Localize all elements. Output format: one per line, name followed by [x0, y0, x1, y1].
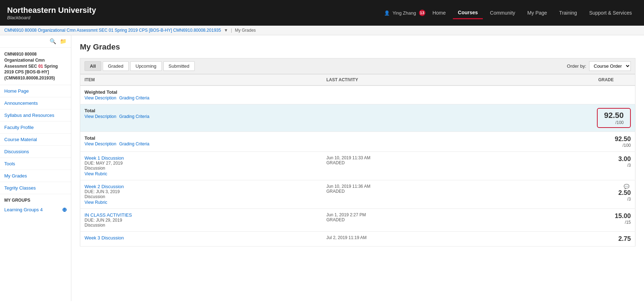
sidebar-item-tools[interactable]: Tools [0, 158, 71, 170]
grading-criteria-link[interactable]: Grading Criteria [119, 141, 149, 146]
nav-community[interactable]: Community [485, 7, 520, 19]
grading-criteria-link[interactable]: Grading Criteria [119, 95, 149, 100]
add-group-icon[interactable]: ⊕ [62, 206, 67, 213]
sidebar-item-mygrades[interactable]: My Grades [0, 170, 71, 182]
item-cell: IN CLASS ACTIVITIES DUE: JUN 29, 2019 Di… [80, 209, 322, 232]
nav-right: 👤 Ying Zhang 13 Home Courses Community M… [384, 7, 637, 19]
grade-cell: 92.50 /100 [495, 104, 635, 132]
group-label: Learning Groups 4 [4, 207, 43, 212]
last-activity-cell: Jun 1, 2019 2:27 PM GRADED [322, 209, 495, 232]
table-row: Week 3 Discussion Jul 2, 2019 11:19 AM 2… [80, 232, 635, 247]
view-description-link[interactable]: View Description [85, 141, 116, 146]
university-name: Northeastern University [7, 6, 96, 15]
item-title-link[interactable]: IN CLASS ACTIVITIES [85, 212, 318, 218]
item-due: DUE: JUN 3, 2019 [85, 189, 318, 194]
sidebar: 🔍 📁 CMN6910 80008 Organizational Cmn Ass… [0, 35, 71, 301]
grades-table: ITEM LAST ACTIVITY GRADE Weighted Total … [80, 74, 635, 247]
nav-courses[interactable]: Courses [453, 7, 483, 19]
sidebar-item-announcements[interactable]: Announcements [0, 97, 71, 109]
view-rubric-link[interactable]: View Rubric [85, 200, 107, 205]
breadcrumb-dropdown-icon[interactable]: ▼ [224, 28, 228, 33]
item-actions: View Description Grading Criteria [85, 141, 318, 146]
grade-value: 92.50 [604, 111, 624, 120]
item-type: Discussion [85, 166, 318, 171]
sidebar-item-tegrity[interactable]: Tegrity Classes [0, 182, 71, 194]
grade-denom: /3 [499, 163, 631, 168]
tab-all[interactable]: All [85, 61, 101, 71]
grade-value: 92.50 [499, 135, 631, 143]
sidebar-item-faculty[interactable]: Faculty Profile [0, 122, 71, 134]
course-title-text: CMN6910 80008 Organizational Cmn Assessm… [4, 52, 58, 81]
item-cell: Weighted Total View Description Grading … [80, 86, 322, 104]
nav-mypage[interactable]: My Page [522, 7, 552, 19]
notification-badge[interactable]: 13 [419, 10, 425, 16]
item-cell: Week 3 Discussion [80, 232, 322, 247]
view-description-link[interactable]: View Description [85, 95, 116, 100]
sidebar-course-title: CMN6910 80008 Organizational Cmn Assessm… [0, 48, 71, 85]
tab-upcoming[interactable]: Upcoming [130, 61, 162, 71]
tab-graded[interactable]: Graded [103, 61, 129, 71]
breadcrumb-course[interactable]: CMN6910 80008 Organizational Cmn Assessm… [4, 28, 221, 33]
item-title-link[interactable]: Week 3 Discussion [85, 235, 318, 241]
grade-value: 2.50 [499, 189, 631, 197]
order-by-area: Order by: Course Order Last Activity Tit… [567, 61, 631, 71]
user-area: 👤 Ying Zhang 13 [384, 10, 425, 16]
sidebar-item-homepage[interactable]: Home Page [0, 85, 71, 97]
main-layout: 🔍 📁 CMN6910 80008 Organizational Cmn Ass… [0, 35, 644, 301]
table-row: Week 1 Discussion DUE: MAY 27, 2019 Disc… [80, 152, 635, 180]
grade-cell [495, 86, 635, 104]
item-actions: View Rubric [85, 200, 318, 205]
col-last-activity: LAST ACTIVITY [322, 74, 495, 86]
grade-value: 2.75 [499, 235, 631, 243]
search-icon[interactable]: 🔍 [50, 38, 56, 45]
sidebar-item-course-material[interactable]: Course Material [0, 134, 71, 146]
sidebar-groups-header: My Groups [0, 194, 71, 204]
grade-value: 15.00 [499, 212, 631, 220]
platform-name: Blackboard [7, 15, 96, 20]
last-activity: Jul 2, 2019 11:19 AM [326, 235, 491, 240]
col-item: ITEM [80, 74, 322, 86]
nav-support[interactable]: Support & Services [584, 7, 637, 19]
tab-submitted[interactable]: Submitted [163, 61, 195, 71]
grade-cell: 92.50 /100 [495, 132, 635, 152]
nav-home[interactable]: Home [428, 7, 451, 19]
sidebar-item-syllabus[interactable]: Syllabus and Resources [0, 109, 71, 122]
graded-status: GRADED [326, 217, 491, 222]
grade-box-highlighted: 92.50 /100 [597, 108, 631, 128]
folder-icon[interactable]: 📁 [60, 38, 67, 45]
item-title-link[interactable]: Week 2 Discussion [85, 184, 318, 189]
grade-cell: 15.00 /15 [495, 209, 635, 232]
sidebar-item-discussions[interactable]: Discussions [0, 146, 71, 158]
username: Ying Zhang [393, 10, 416, 16]
filter-bar: All Graded Upcoming Submitted Order by: … [80, 58, 635, 74]
grade-value: 3.00 [499, 155, 631, 163]
table-row: Week 2 Discussion DUE: JUN 3, 2019 Discu… [80, 180, 635, 209]
grade-denom: /15 [499, 220, 631, 225]
item-title: Total [85, 108, 318, 113]
table-row: IN CLASS ACTIVITIES DUE: JUN 29, 2019 Di… [80, 209, 635, 232]
breadcrumb-bar: CMN6910 80008 Organizational Cmn Assessm… [0, 26, 644, 35]
graded-status: GRADED [326, 160, 491, 165]
table-row: Total View Description Grading Criteria … [80, 132, 635, 152]
col-grade: GRADE [495, 74, 635, 86]
grade-cell: 2.75 [495, 232, 635, 247]
view-rubric-link[interactable]: View Rubric [85, 171, 107, 176]
last-activity: Jun 10, 2019 11:36 AM [326, 184, 491, 189]
table-row: Weighted Total View Description Grading … [80, 86, 635, 104]
view-description-link[interactable]: View Description [85, 114, 116, 119]
content-area: My Grades All Graded Upcoming Submitted … [71, 35, 644, 301]
nav-training[interactable]: Training [554, 7, 582, 19]
item-title: Weighted Total [85, 89, 318, 95]
grade-denom: /100 [604, 120, 624, 125]
item-title-link[interactable]: Week 1 Discussion [85, 155, 318, 161]
item-type: Discussion [85, 194, 318, 199]
item-actions: View Description Grading Criteria [85, 114, 318, 119]
order-by-label: Order by: [567, 63, 586, 69]
grading-criteria-link[interactable]: Grading Criteria [119, 114, 149, 119]
order-by-select[interactable]: Course Order Last Activity Title [589, 61, 631, 71]
grade-cell: 💬 2.50 /3 [495, 180, 635, 209]
sidebar-group-learning4[interactable]: Learning Groups 4 ⊕ [0, 204, 71, 215]
university-logo: Northeastern University Blackboard [7, 6, 96, 20]
breadcrumb-current: My Grades [235, 28, 256, 33]
last-activity-cell: Jun 10, 2019 11:33 AM GRADED [322, 152, 495, 180]
